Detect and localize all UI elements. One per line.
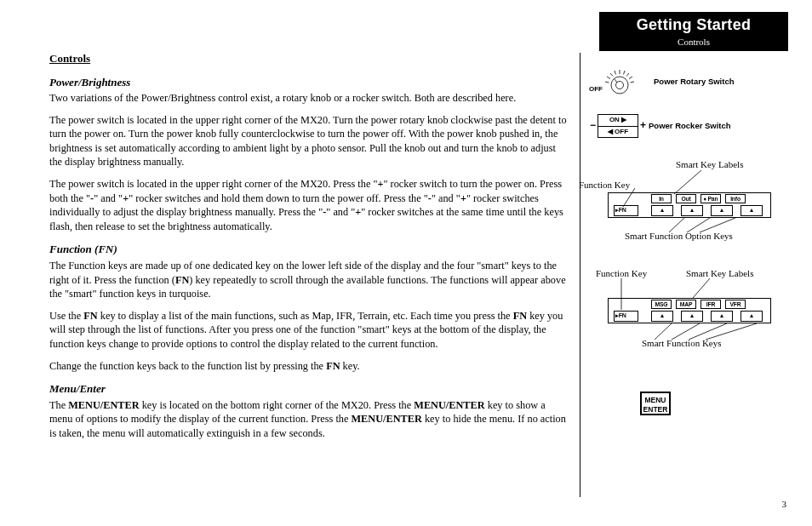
text: key to display a list of the main functi… bbox=[98, 310, 513, 322]
side-column: OFF Power Rotary Switch − + ON ▶ ◀ OFF P… bbox=[591, 61, 795, 415]
menu-enter-figure: MENU ENTER bbox=[640, 392, 795, 415]
smart-fn-option-keys-callout: Smart Function Option Keys bbox=[625, 230, 733, 243]
text: The bbox=[49, 399, 68, 411]
text: " and " bbox=[94, 192, 123, 204]
header-subtitle: Controls bbox=[599, 36, 788, 49]
smart-label-msg: MSG bbox=[651, 300, 672, 309]
page: Getting Started Controls Controls Power/… bbox=[0, 0, 812, 526]
fn-paragraph-3: Change the function keys back to the fun… bbox=[49, 359, 569, 374]
smart-key: ▴ bbox=[711, 311, 733, 322]
smart-label-map: MAP bbox=[676, 300, 696, 309]
fn-bold: FN bbox=[513, 310, 527, 322]
svg-line-18 bbox=[693, 278, 710, 298]
function-fn-heading: Function (FN) bbox=[49, 242, 569, 257]
smart-label-pan: ♦ Pan bbox=[700, 194, 721, 203]
svg-line-5 bbox=[615, 71, 616, 75]
fn-bold: FN bbox=[175, 274, 189, 286]
menu-enter-button-icon: MENU ENTER bbox=[640, 392, 671, 415]
menu-enter-bold: MENU/ENTER bbox=[352, 413, 422, 425]
svg-line-4 bbox=[631, 82, 635, 83]
rocker-on: ON ▶ bbox=[598, 115, 638, 127]
fn-key: ▸FN bbox=[614, 205, 638, 216]
rotary-off-label: OFF bbox=[589, 85, 603, 94]
menu-enter-bold: MENU/ENTER bbox=[414, 399, 484, 411]
svg-line-8 bbox=[605, 82, 609, 83]
smart-key: ▴ bbox=[651, 205, 673, 216]
power-paragraph-2: The power switch is located in the upper… bbox=[49, 113, 569, 169]
plus-symbol: + bbox=[460, 192, 466, 204]
controls-heading: Controls bbox=[49, 51, 569, 66]
fn-panel-2: MSG MAP IFR VFR ▸FN ▴ ▴ ▴ ▴ bbox=[608, 298, 771, 323]
fn-bold: FN bbox=[326, 360, 340, 372]
fn-key-2: ▸FN bbox=[614, 311, 638, 322]
menu-enter-heading: Menu/Enter bbox=[49, 381, 569, 397]
text: " and " bbox=[326, 206, 355, 218]
page-number: 3 bbox=[782, 498, 787, 511]
smart-label-out: Out bbox=[676, 194, 696, 203]
smart-label-in: In bbox=[651, 194, 672, 203]
text: " rocker switches and hold them down to … bbox=[129, 192, 428, 204]
smart-key: ▴ bbox=[741, 205, 763, 216]
text: Change the function keys back to the fun… bbox=[49, 360, 326, 372]
text: Use the bbox=[49, 310, 83, 322]
svg-line-7 bbox=[607, 77, 610, 79]
menu-line2: ENTER bbox=[642, 405, 669, 415]
smart-key: ▴ bbox=[651, 311, 673, 322]
vertical-divider bbox=[580, 53, 580, 497]
fn-paragraph-1: The Function keys are made up of one ded… bbox=[49, 259, 569, 301]
svg-line-3 bbox=[629, 77, 632, 79]
svg-line-1 bbox=[624, 71, 626, 75]
svg-line-6 bbox=[610, 73, 613, 77]
menu-paragraph-1: The MENU/ENTER key is located on the bot… bbox=[49, 398, 569, 441]
fn-diagram-2: Function Key Smart Key Labels MSG MAP IF… bbox=[591, 267, 786, 369]
fn-paragraph-2: Use the FN key to display a list of the … bbox=[49, 309, 569, 352]
rotary-switch-figure: OFF Power Rotary Switch bbox=[591, 61, 795, 102]
power-paragraph-3: The power switch is located in the upper… bbox=[49, 177, 569, 233]
smart-key: ▴ bbox=[741, 311, 763, 322]
fn-diagram-1: Smart Key Labels Function Key In Out ♦ P… bbox=[591, 160, 786, 262]
smart-label-vfr: VFR bbox=[725, 300, 746, 309]
text: key is located on the bottom right corne… bbox=[140, 399, 415, 411]
fn-bold: FN bbox=[83, 310, 97, 322]
rocker-plus: + bbox=[640, 120, 646, 130]
rocker-minus: − bbox=[590, 120, 596, 130]
menu-line1: MENU bbox=[642, 396, 669, 405]
rocker-switch-label: Power Rocker Switch bbox=[649, 121, 731, 132]
rocker-switch-icon: − + ON ▶ ◀ OFF bbox=[598, 114, 638, 138]
power-paragraph-1: Two variations of the Power/Brightness c… bbox=[49, 91, 569, 106]
rotary-switch-label: Power Rotary Switch bbox=[654, 77, 735, 88]
text: The power switch is located in the upper… bbox=[49, 178, 377, 190]
smart-label-info: Info bbox=[725, 194, 746, 203]
text: " and " bbox=[432, 192, 460, 204]
rotary-knob-icon: OFF bbox=[591, 61, 643, 102]
power-brightness-heading: Power/Brightness bbox=[49, 75, 569, 90]
smart-label-ifr: IFR bbox=[700, 300, 721, 309]
svg-line-12 bbox=[674, 170, 701, 194]
smart-fn-keys-callout: Smart Function Keys bbox=[642, 337, 722, 350]
header-title: Getting Started bbox=[599, 14, 788, 35]
fn-panel-1: In Out ♦ Pan Info ▸FN ▴ ▴ ▴ ▴ bbox=[608, 192, 771, 218]
text: key. bbox=[340, 360, 360, 372]
smart-key: ▴ bbox=[681, 311, 703, 322]
smart-key: ▴ bbox=[681, 205, 703, 216]
smart-key: ▴ bbox=[711, 205, 733, 216]
menu-enter-bold: MENU/ENTER bbox=[68, 399, 139, 411]
rocker-switch-figure: − + ON ▶ ◀ OFF Power Rocker Switch bbox=[591, 114, 795, 138]
body-column: Controls Power/Brightness Two variations… bbox=[49, 51, 569, 448]
header-bar: Getting Started Controls bbox=[599, 12, 788, 51]
svg-line-2 bbox=[626, 73, 629, 77]
rocker-off: ◀ OFF bbox=[598, 127, 638, 138]
